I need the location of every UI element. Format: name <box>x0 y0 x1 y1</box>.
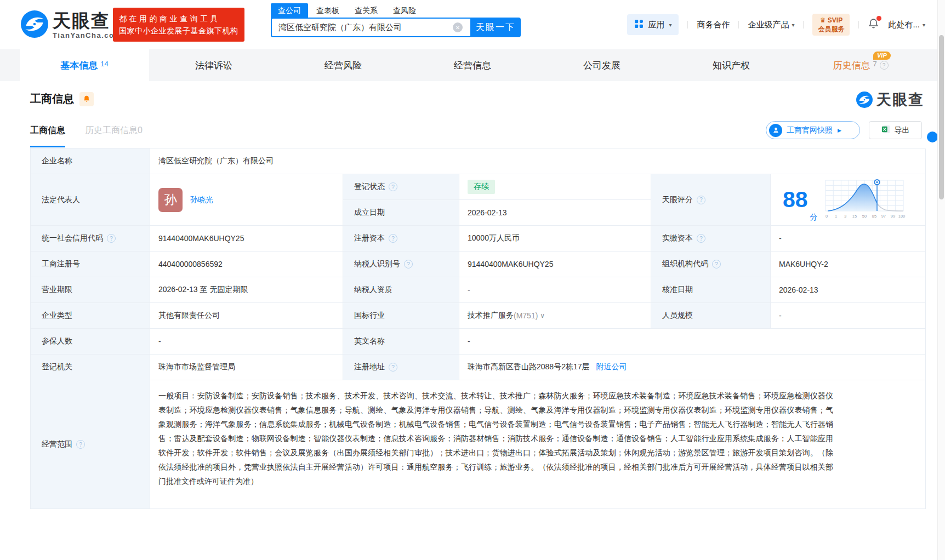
watermark-logo-icon <box>856 92 873 108</box>
legal-rep-name-link[interactable]: 孙晓光 <box>190 195 213 205</box>
svg-text:15: 15 <box>852 214 856 219</box>
svip-service-label: 会员服务 <box>818 25 844 33</box>
side-float-button[interactable] <box>927 132 938 142</box>
brand-name: 天眼查 <box>53 12 122 30</box>
table-row: 经营范围 ? 一般项目：安防设备制造；安防设备销售；技术服务、技术开发、技术咨询… <box>31 380 925 509</box>
paid-capital-label-cell: 实缴资本 ? <box>651 226 771 252</box>
subtab-history-registration[interactable]: 历史工商信息0 <box>85 125 143 136</box>
help-icon[interactable]: ? <box>76 440 85 449</box>
help-icon[interactable]: ? <box>712 260 721 268</box>
registered-address-value: 珠海市高新区香山路2088号2栋17层 <box>468 362 590 372</box>
score-cell[interactable]: 88 分 <box>771 174 926 226</box>
apps-grid-icon <box>634 19 644 30</box>
legal-rep-cell: 孙 孙晓光 <box>150 174 343 226</box>
tab-intellectual-property-label: 知识产权 <box>713 59 750 72</box>
industry-label: 国标行业 <box>343 303 459 329</box>
industry-code: (M751) <box>514 311 538 320</box>
svg-text:100: 100 <box>898 214 905 219</box>
est-date-label: 成立日期 <box>343 200 459 226</box>
tab-history-info[interactable]: VIP 历史信息 7 ? <box>796 49 925 81</box>
tab-operational-risk[interactable]: 经营风险 <box>278 49 408 81</box>
reg-status-cell: 存续 <box>459 174 651 200</box>
search-tab-risk[interactable]: 查风险 <box>393 3 416 19</box>
tab-legal-litigation[interactable]: 法律诉讼 <box>149 49 278 81</box>
chevron-down-icon[interactable]: ∨ <box>540 312 545 319</box>
business-term-label: 营业期限 <box>31 277 150 303</box>
search-type-tabs: 查公司 查老板 查关系 查风险 <box>271 3 431 19</box>
nearby-companies-link[interactable]: 附近公司 <box>596 362 627 372</box>
tab-basic-info[interactable]: 基本信息 14 <box>20 49 149 81</box>
score-label-cell: 天眼评分 ? <box>651 174 771 226</box>
notification-bell-icon[interactable] <box>868 18 879 32</box>
help-icon[interactable]: ? <box>389 363 397 372</box>
table-row: 登记机关 珠海市市场监督管理局 注册地址 ? 珠海市高新区香山路2088号2栋1… <box>31 355 925 380</box>
legal-rep-avatar[interactable]: 孙 <box>158 188 183 212</box>
subtab-business-registration[interactable]: 工商信息 <box>30 125 65 136</box>
stamp-icon <box>769 124 782 137</box>
promo-line2: 国家中小企业发展子基金旗下机构 <box>119 25 238 37</box>
apps-menu[interactable]: 应用 ▾ <box>627 14 679 35</box>
svg-text:1: 1 <box>835 214 837 219</box>
watermark-logo: 天眼查 <box>856 90 924 110</box>
reg-number-label: 工商注册号 <box>31 252 150 277</box>
staff-size-label: 人员规模 <box>651 303 771 329</box>
paid-capital-label: 实缴资本 <box>662 233 693 243</box>
staff-size-value: - <box>771 303 926 329</box>
business-scope-label-cell: 经营范围 ? <box>31 380 150 509</box>
export-button[interactable]: 导出 <box>869 121 922 139</box>
search-button[interactable]: 天眼一下 <box>470 18 521 37</box>
excel-icon <box>881 125 890 135</box>
company-type-label: 企业类型 <box>31 303 150 329</box>
subscribe-bell-icon[interactable] <box>79 92 94 106</box>
help-icon[interactable]: ? <box>389 234 397 243</box>
help-icon[interactable]: ? <box>389 182 397 191</box>
registered-address-cell: 珠海市高新区香山路2088号2栋17层 附近公司 <box>459 355 926 380</box>
search-tab-boss[interactable]: 查老板 <box>316 3 339 19</box>
top-header: 天眼查 TianYanCha.com 都在用的商业查询工具 国家中小企业发展子基… <box>0 0 945 49</box>
official-snapshot-label: 工商官网快照 <box>787 125 833 135</box>
tab-history-info-label: 历史信息 <box>833 59 870 72</box>
credit-code-label: 统一社会信用代码 <box>42 233 103 243</box>
enterprise-products-menu[interactable]: 企业级产品 ▾ <box>748 20 794 30</box>
chevron-down-icon: ▾ <box>669 22 671 28</box>
business-cooperation-link[interactable]: 商务合作 <box>697 20 730 30</box>
tab-history-info-count: 7 <box>873 60 876 68</box>
notification-dot <box>876 16 881 21</box>
tab-company-development[interactable]: 公司发展 <box>537 49 667 81</box>
org-code-label-cell: 组织机构代码 ? <box>651 252 771 277</box>
table-row: 工商注册号 440400000856592 纳税人识别号 ? 91440400M… <box>31 252 925 277</box>
search-input[interactable] <box>271 18 470 37</box>
help-icon[interactable]: ? <box>107 234 116 243</box>
tianyancha-logo-icon <box>21 10 48 40</box>
help-icon[interactable]: ? <box>697 234 705 243</box>
search-tab-relation[interactable]: 查关系 <box>355 3 378 19</box>
help-icon[interactable]: ? <box>404 260 413 268</box>
tab-intellectual-property[interactable]: 知识产权 <box>667 49 796 81</box>
taxpayer-id-value: 91440400MAK6UHQY25 <box>459 252 651 277</box>
table-row: 企业类型 其他有限责任公司 国标行业 技术推广服务 (M751) ∨ 人员规模 … <box>31 303 925 329</box>
registration-authority-label: 登记机关 <box>31 355 150 380</box>
help-icon[interactable]: ? <box>697 196 705 204</box>
tab-basic-info-label: 基本信息 <box>60 59 98 72</box>
user-menu[interactable]: 此处有... ▾ <box>888 20 925 30</box>
official-snapshot-button[interactable]: 工商官网快照 ▶ <box>766 121 860 139</box>
page: 天眼查 TianYanCha.com 都在用的商业查询工具 国家中小企业发展子基… <box>0 0 945 560</box>
tab-company-development-label: 公司发展 <box>583 59 620 72</box>
promo-line1: 都在用的商业查询工具 <box>119 13 238 25</box>
reg-capital-label-cell: 注册资本 ? <box>343 226 459 252</box>
crown-icon: ♛ <box>820 16 826 24</box>
svg-text:3: 3 <box>844 214 846 219</box>
export-label: 导出 <box>895 125 910 135</box>
tianyancha-logo[interactable]: 天眼查 TianYanCha.com <box>21 10 122 40</box>
scrollbar-thumb[interactable] <box>939 35 944 199</box>
tab-business-info[interactable]: 经营信息 <box>408 49 537 81</box>
taxpayer-id-label: 纳税人识别号 <box>354 259 400 269</box>
help-icon[interactable]: ? <box>880 61 889 70</box>
scrollbar[interactable] <box>937 0 945 560</box>
clear-icon[interactable]: ✕ <box>453 22 463 32</box>
active-subtab-underline <box>30 146 65 147</box>
subtab-history-count: 0 <box>138 125 143 135</box>
svg-text:85: 85 <box>872 214 876 219</box>
svip-member-badge[interactable]: ♛ SVIP 会员服务 <box>812 14 850 36</box>
search-tab-company[interactable]: 查公司 <box>271 3 308 19</box>
